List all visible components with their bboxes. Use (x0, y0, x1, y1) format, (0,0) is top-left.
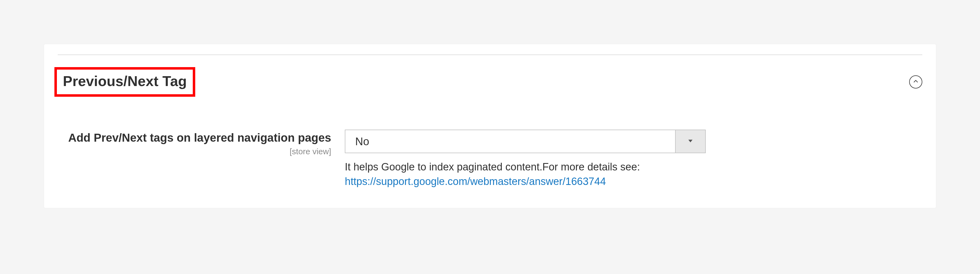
settings-card: Previous/Next Tag Add Prev/Next tags on … (44, 44, 936, 208)
chevron-up-icon (913, 79, 919, 85)
title-highlight: Previous/Next Tag (54, 67, 195, 97)
prev-next-select[interactable]: No (345, 130, 706, 153)
caret-down-icon (687, 137, 694, 146)
field-label-column: Add Prev/Next tags on layered navigation… (58, 130, 345, 156)
field-scope: [store view] (58, 147, 331, 156)
help-link[interactable]: https://support.google.com/webmasters/an… (345, 176, 606, 187)
field-label: Add Prev/Next tags on layered navigation… (58, 131, 331, 145)
field-help: It helps Google to index paginated conte… (345, 160, 706, 189)
help-text: It helps Google to index paginated conte… (345, 161, 640, 173)
svg-marker-0 (688, 140, 692, 143)
select-value: No (345, 130, 675, 152)
page-root: Previous/Next Tag Add Prev/Next tags on … (0, 0, 980, 274)
select-caret (675, 130, 705, 152)
section-title: Previous/Next Tag (63, 73, 187, 89)
field-row: Add Prev/Next tags on layered navigation… (58, 130, 922, 189)
section-header: Previous/Next Tag (58, 67, 922, 97)
field-value-column: No It helps Google to index paginated co… (345, 130, 706, 189)
collapse-toggle[interactable] (909, 75, 922, 88)
card-top-rule (58, 54, 922, 55)
